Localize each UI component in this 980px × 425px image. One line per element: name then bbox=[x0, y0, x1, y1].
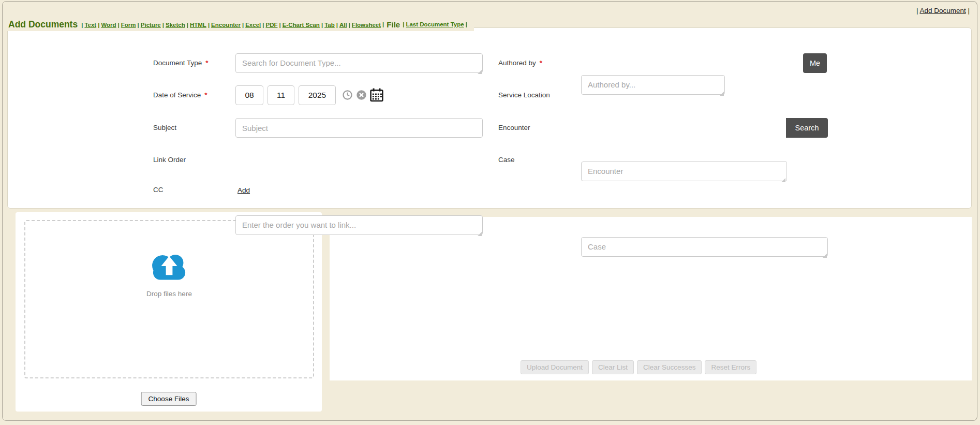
subject-input[interactable] bbox=[235, 118, 483, 138]
doc-type-link-picture[interactable]: Picture bbox=[141, 22, 161, 28]
separator: | bbox=[161, 22, 166, 28]
separator: | bbox=[401, 21, 406, 27]
header-legend: Add Documents |Text|Word|Form|Picture|Sk… bbox=[5, 18, 474, 31]
drop-files-text: Drop files here bbox=[146, 290, 192, 298]
choose-files-button[interactable]: Choose Files bbox=[141, 392, 197, 406]
doc-type-link-word[interactable]: Word bbox=[101, 22, 116, 28]
date-year-input[interactable] bbox=[299, 85, 336, 105]
subject-label: Subject bbox=[153, 118, 176, 138]
doc-type-link-html[interactable]: HTML bbox=[190, 22, 206, 28]
encounter-label: Encounter bbox=[498, 118, 530, 138]
doc-type-link-text[interactable]: Text bbox=[84, 22, 96, 28]
action-button-clear-list[interactable]: Clear List bbox=[592, 360, 634, 374]
authored-by-input[interactable] bbox=[581, 75, 725, 95]
encounter-input[interactable] bbox=[581, 162, 786, 181]
required-marker: * bbox=[204, 91, 207, 99]
cc-add-link[interactable]: Add bbox=[237, 186, 250, 194]
encounter-search-button[interactable]: Search bbox=[786, 118, 828, 138]
date-month-input[interactable] bbox=[235, 85, 263, 105]
separator: | bbox=[335, 22, 339, 28]
document-type-input[interactable] bbox=[235, 53, 483, 73]
separator: | bbox=[320, 22, 324, 28]
action-button-upload-document[interactable]: Upload Document bbox=[521, 360, 589, 374]
separator: | bbox=[968, 7, 970, 14]
doc-type-link-excel[interactable]: Excel bbox=[245, 22, 261, 28]
link-order-input[interactable] bbox=[235, 215, 483, 235]
required-marker: * bbox=[205, 59, 208, 67]
doc-type-link-encounter[interactable]: Encounter bbox=[211, 22, 241, 28]
required-marker: * bbox=[540, 59, 542, 67]
doc-type-link-all[interactable]: All bbox=[339, 22, 347, 28]
separator: | bbox=[277, 22, 282, 28]
top-right-nav: | Add Document | bbox=[916, 7, 970, 14]
separator: | bbox=[381, 21, 385, 27]
case-field-wrap bbox=[581, 237, 828, 259]
doc-type-links: |Text|Word|Form|Picture|Sketch|HTML|Enco… bbox=[80, 20, 381, 29]
document-type-field-wrap bbox=[235, 53, 483, 75]
doc-type-link-tab[interactable]: Tab bbox=[324, 22, 335, 28]
separator: | bbox=[347, 22, 352, 28]
service-location-label: Service Location bbox=[498, 85, 550, 105]
clock-icon[interactable] bbox=[342, 90, 353, 100]
me-button[interactable]: Me bbox=[803, 53, 827, 73]
upload-action-buttons: Upload DocumentClear ListClear Successes… bbox=[521, 360, 756, 374]
separator: | bbox=[206, 22, 211, 28]
date-of-service-label: Date of Service* bbox=[153, 85, 207, 105]
action-button-reset-errors[interactable]: Reset Errors bbox=[705, 360, 756, 374]
encounter-field-wrap bbox=[581, 162, 786, 183]
doc-type-link-e-chart-scan[interactable]: E-Chart Scan bbox=[283, 22, 320, 28]
case-label: Case bbox=[498, 150, 515, 170]
action-button-clear-successes[interactable]: Clear Successes bbox=[637, 360, 702, 374]
subject-field-wrap bbox=[235, 118, 483, 138]
link-order-label: Link Order bbox=[153, 150, 186, 170]
drop-files-zone[interactable]: Drop files here bbox=[24, 220, 314, 378]
last-document-type-link[interactable]: Last Document Type bbox=[406, 21, 464, 27]
doc-type-link-flowsheet[interactable]: Flowsheet bbox=[352, 22, 381, 28]
doc-type-link-form[interactable]: Form bbox=[121, 22, 136, 28]
cloud-upload-icon bbox=[145, 250, 193, 283]
page-title: Add Documents bbox=[8, 19, 78, 30]
authored-by-field-wrap bbox=[581, 75, 725, 97]
case-input[interactable] bbox=[581, 237, 828, 257]
add-document-link[interactable]: Add Document bbox=[919, 7, 966, 14]
separator: | bbox=[241, 22, 245, 28]
separator: | bbox=[185, 22, 190, 28]
separator: | bbox=[916, 7, 918, 14]
date-day-input[interactable] bbox=[268, 85, 294, 105]
authored-by-label: Authored by* bbox=[498, 53, 542, 73]
add-documents-page: | Add Document | Add Documents |Text|Wor… bbox=[0, 0, 980, 425]
doc-type-active-file[interactable]: File bbox=[385, 20, 401, 29]
clear-date-icon[interactable] bbox=[356, 90, 367, 100]
separator: | bbox=[136, 22, 141, 28]
separator: | bbox=[116, 22, 121, 28]
doc-type-link-pdf[interactable]: PDF bbox=[265, 22, 277, 28]
link-order-field-wrap bbox=[235, 215, 483, 237]
cc-label: CC bbox=[153, 184, 164, 196]
separator: | bbox=[464, 21, 469, 27]
doc-type-link-sketch[interactable]: Sketch bbox=[166, 22, 185, 28]
calendar-icon[interactable] bbox=[369, 87, 384, 102]
upload-panel: Drop files here Choose Files bbox=[16, 212, 322, 412]
document-type-label: Document Type* bbox=[153, 53, 209, 73]
